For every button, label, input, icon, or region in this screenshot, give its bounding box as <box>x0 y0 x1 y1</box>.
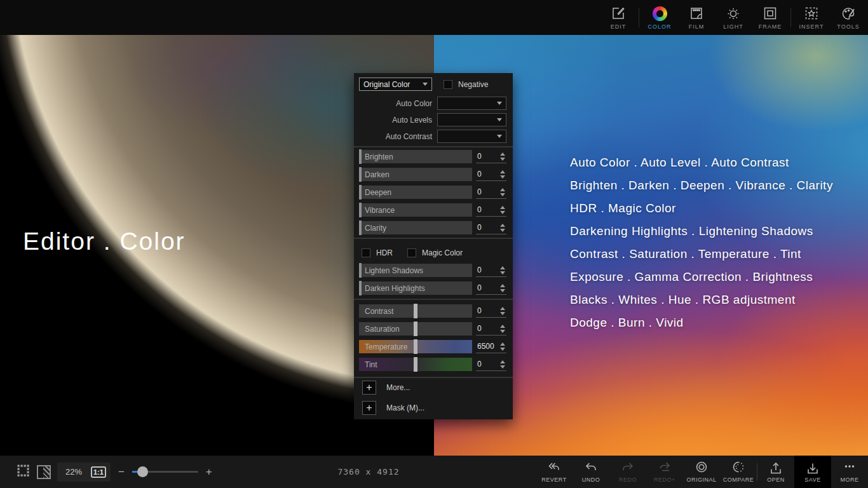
compare-label: COMPARE <box>723 477 754 483</box>
darken-highlights-slider[interactable]: Darken Highlights <box>359 281 472 295</box>
compare-button[interactable]: COMPARE <box>720 456 757 488</box>
magic-color-checkbox[interactable] <box>407 248 416 257</box>
chevron-down-icon <box>497 102 502 105</box>
tab-frame[interactable]: FRAME <box>752 5 789 30</box>
slider-label: Lighten Shadows <box>365 266 423 275</box>
negative-checkbox[interactable] <box>444 80 452 89</box>
zoom-level[interactable]: 22% <box>62 467 86 477</box>
tab-color-label: COLOR <box>648 24 671 30</box>
action-buttons: REVERT UNDO REDO REDO+ ORIGINAL COMPARE <box>536 456 868 488</box>
tint-spinner[interactable]: 0 <box>476 358 506 371</box>
auto-levels-dropdown[interactable] <box>437 113 506 126</box>
spinner-arrows[interactable] <box>500 170 505 179</box>
slider-handle[interactable] <box>414 322 417 336</box>
open-button[interactable]: OPEN <box>757 456 794 488</box>
color-adjust-panel: Original Color Negative Auto Color Auto … <box>354 73 513 419</box>
spinner-arrows[interactable] <box>500 206 505 214</box>
page-title: Editor . Color <box>23 227 186 255</box>
undo-button[interactable]: UNDO <box>573 456 609 488</box>
spinner-value: 6500 <box>477 342 494 351</box>
saturation-slider[interactable]: Saturation <box>359 322 472 336</box>
toolbar-separator <box>790 8 791 27</box>
chevron-down-icon <box>423 83 428 86</box>
auto-contrast-dropdown[interactable] <box>437 130 506 143</box>
lighten-shadows-spinner[interactable]: 0 <box>476 264 506 277</box>
lighten-shadows-slider[interactable]: Lighten Shadows <box>359 264 472 277</box>
redo-button[interactable]: REDO <box>609 456 646 488</box>
tab-frame-label: FRAME <box>759 24 782 30</box>
zoom-slider-handle[interactable] <box>137 466 148 477</box>
slider-label: Brighten <box>365 152 393 161</box>
clarity-spinner[interactable]: 0 <box>476 221 506 234</box>
spinner-arrows[interactable] <box>500 360 505 369</box>
zoom-1to1-button[interactable]: 1:1 <box>91 466 106 478</box>
vibrance-slider[interactable]: Vibrance <box>359 203 472 217</box>
slider-handle[interactable] <box>359 149 362 164</box>
contrast-slider[interactable]: Contrast <box>359 304 472 318</box>
darken-spinner[interactable]: 0 <box>476 168 506 181</box>
feature-line: Contrast . Saturation . Temperature . Ti… <box>570 247 833 270</box>
slider-handle[interactable] <box>359 281 362 295</box>
split-view-icon[interactable] <box>37 465 51 479</box>
zoom-slider[interactable] <box>132 471 198 473</box>
tab-tools[interactable]: TOOLS <box>830 5 867 30</box>
spinner-arrows[interactable] <box>500 342 505 351</box>
slider-handle[interactable] <box>414 357 417 372</box>
original-button[interactable]: ORIGINAL <box>683 456 720 488</box>
slider-handle[interactable] <box>359 167 362 182</box>
more-label: More... <box>386 383 410 392</box>
tab-edit[interactable]: EDIT <box>600 5 637 30</box>
spinner-arrows[interactable] <box>500 224 505 232</box>
temperature-spinner[interactable]: 6500 <box>476 340 506 353</box>
slider-label: Temperature <box>365 342 407 351</box>
brighten-spinner[interactable]: 0 <box>476 150 506 163</box>
contrast-spinner[interactable]: 0 <box>476 304 506 318</box>
zoom-out-button[interactable]: − <box>118 466 125 478</box>
tab-color[interactable]: COLOR <box>641 5 678 30</box>
zoom-in-button[interactable]: + <box>206 466 212 478</box>
darken-slider[interactable]: Darken <box>359 168 472 181</box>
slider-handle[interactable] <box>359 185 362 200</box>
spinner-arrows[interactable] <box>500 307 505 315</box>
slider-handle[interactable] <box>414 339 417 354</box>
brighten-slider[interactable]: Brighten <box>359 150 472 163</box>
revert-button[interactable]: REVERT <box>536 456 573 488</box>
tab-insert[interactable]: INSERT <box>793 5 830 30</box>
deepen-spinner[interactable]: 0 <box>476 186 506 199</box>
spinner-arrows[interactable] <box>500 266 505 274</box>
saturation-spinner[interactable]: 0 <box>476 322 506 336</box>
slider-handle[interactable] <box>359 263 362 278</box>
vibrance-spinner[interactable]: 0 <box>476 203 506 217</box>
more-label: MORE <box>841 477 859 483</box>
panel-separator <box>354 377 513 378</box>
more-button[interactable]: MORE <box>831 456 868 488</box>
slider-handle[interactable] <box>359 220 362 235</box>
darken-highlights-spinner[interactable]: 0 <box>476 281 506 295</box>
slider-handle[interactable] <box>359 203 362 217</box>
preset-dropdown[interactable]: Original Color <box>359 78 432 91</box>
clarity-slider[interactable]: Clarity <box>359 221 472 234</box>
tint-slider[interactable]: Tint <box>359 358 472 371</box>
spinner-arrows[interactable] <box>500 284 505 292</box>
hdr-checkbox[interactable] <box>362 248 370 257</box>
slider-handle[interactable] <box>414 304 417 318</box>
spinner-value: 0 <box>477 324 482 333</box>
auto-color-dropdown[interactable] <box>437 97 506 110</box>
spinner-arrows[interactable] <box>500 152 505 161</box>
spinner-value: 0 <box>477 170 482 179</box>
spinner-arrows[interactable] <box>500 325 505 333</box>
mask-expand-button[interactable]: + <box>362 401 376 415</box>
tab-light[interactable]: LIGHT <box>715 5 752 30</box>
slider-label: Darken Highlights <box>365 284 425 293</box>
magic-color-label: Magic Color <box>422 248 463 257</box>
status-bar: 22% 1:1 − + 7360 x 4912 REVERT UNDO RED <box>0 456 868 488</box>
transparency-grid-icon[interactable] <box>17 464 31 480</box>
more-expand-button[interactable]: + <box>362 381 376 395</box>
redo-plus-button[interactable]: REDO+ <box>646 456 683 488</box>
spinner-value: 0 <box>477 205 482 214</box>
save-button[interactable]: SAVE <box>794 456 831 488</box>
spinner-arrows[interactable] <box>500 188 505 196</box>
deepen-slider[interactable]: Deepen <box>359 186 472 199</box>
temperature-slider[interactable]: Temperature <box>359 340 472 353</box>
tab-film[interactable]: FILM <box>678 5 715 30</box>
